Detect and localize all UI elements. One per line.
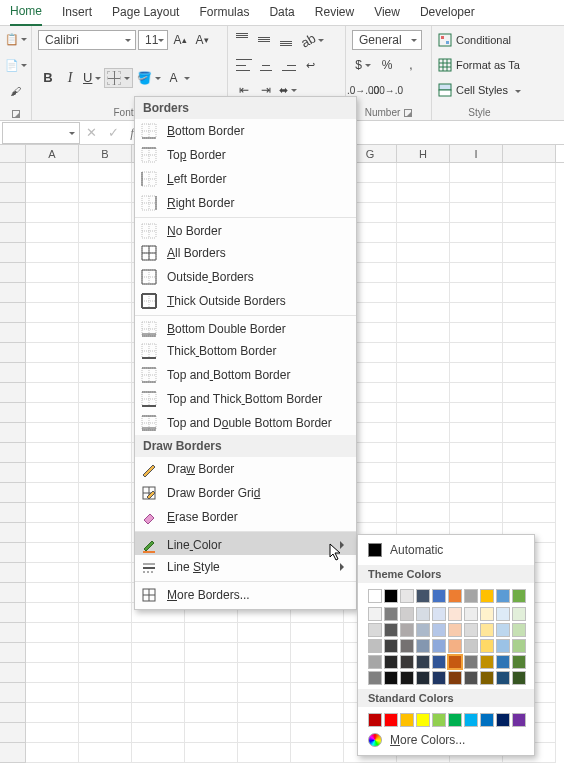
menu-item-draw_grid[interactable]: Draw Border Grid [135,481,356,505]
format-painter-button[interactable]: 🖌 [6,82,25,100]
tab-home[interactable]: Home [10,4,42,26]
color-swatch[interactable] [384,589,398,603]
column-header[interactable]: H [397,145,450,162]
cell[interactable] [238,703,291,723]
color-swatch[interactable] [464,671,478,685]
cancel-entry-button[interactable]: ✕ [80,125,102,140]
cell[interactable] [503,163,556,183]
color-swatch[interactable] [384,713,398,727]
cell[interactable] [397,283,450,303]
row-header[interactable] [0,183,26,203]
tab-page-layout[interactable]: Page Layout [112,5,179,25]
color-swatch[interactable] [448,623,462,637]
cell[interactable] [450,363,503,383]
cell[interactable] [503,263,556,283]
cell[interactable] [450,423,503,443]
number-dialog-launcher[interactable] [404,109,412,117]
percent-format-button[interactable]: % [376,55,398,75]
cell[interactable] [26,223,79,243]
color-swatch[interactable] [400,713,414,727]
menu-item-top_thick_bottom[interactable]: Top and Thick Bottom Border [135,387,356,411]
cell[interactable] [26,203,79,223]
color-swatch[interactable] [384,655,398,669]
row-header[interactable] [0,583,26,603]
color-swatch[interactable] [416,623,430,637]
cell[interactable] [450,183,503,203]
cell[interactable] [79,403,132,423]
format-as-table-button[interactable]: Format as Ta [438,55,521,75]
cell[interactable] [503,283,556,303]
cell[interactable] [397,463,450,483]
color-swatch[interactable] [368,607,382,621]
row-header[interactable] [0,703,26,723]
cell[interactable] [238,743,291,763]
column-header[interactable]: B [79,145,132,162]
cell[interactable] [503,203,556,223]
color-swatch[interactable] [368,623,382,637]
cell[interactable] [26,383,79,403]
cell[interactable] [397,363,450,383]
menu-item-more[interactable]: More Borders... [135,581,356,605]
cell[interactable] [79,443,132,463]
menu-item-top[interactable]: Top Border [135,143,356,167]
cell[interactable] [503,383,556,403]
cell[interactable] [503,483,556,503]
row-header[interactable] [0,203,26,223]
row-header[interactable] [0,623,26,643]
cell[interactable] [291,703,344,723]
clipboard-dialog-launcher[interactable] [12,110,20,118]
font-color-button[interactable]: A [164,68,191,88]
cell[interactable] [79,283,132,303]
borders-split-button[interactable] [104,68,133,88]
bold-button[interactable]: B [38,68,58,88]
menu-item-top_bottom[interactable]: Top and Bottom Border [135,363,356,387]
cell[interactable] [79,663,132,683]
cell[interactable] [79,423,132,443]
cell[interactable] [397,403,450,423]
cell[interactable] [26,643,79,663]
number-format-select[interactable]: General [352,30,422,50]
cell[interactable] [79,463,132,483]
color-swatch[interactable] [512,671,526,685]
cell[interactable] [79,563,132,583]
cell[interactable] [79,203,132,223]
color-swatch[interactable] [448,589,462,603]
color-swatch[interactable] [368,589,382,603]
color-swatch[interactable] [368,713,382,727]
cell[interactable] [26,323,79,343]
cell[interactable] [26,703,79,723]
cell[interactable] [79,303,132,323]
menu-item-thick_outside[interactable]: Thick Outside Borders [135,289,356,313]
row-header[interactable] [0,443,26,463]
cell[interactable] [26,483,79,503]
cell[interactable] [26,723,79,743]
color-swatch[interactable] [416,713,430,727]
cell[interactable] [397,383,450,403]
color-swatch[interactable] [496,639,510,653]
color-swatch[interactable] [384,623,398,637]
color-swatch[interactable] [496,655,510,669]
color-swatch[interactable] [384,671,398,685]
cell[interactable] [79,223,132,243]
row-header[interactable] [0,523,26,543]
cell[interactable] [185,643,238,663]
cell[interactable] [185,703,238,723]
color-swatch[interactable] [432,639,446,653]
cell[interactable] [26,563,79,583]
tab-review[interactable]: Review [315,5,354,25]
cell[interactable] [79,723,132,743]
cell[interactable] [26,603,79,623]
cell[interactable] [79,263,132,283]
cell[interactable] [397,223,450,243]
accounting-format-button[interactable]: $ [352,55,374,75]
color-swatch[interactable] [416,607,430,621]
cell[interactable] [79,643,132,663]
column-header[interactable]: A [26,145,79,162]
cell[interactable] [26,503,79,523]
menu-item-bottom_double[interactable]: Bottom Double Border [135,315,356,339]
color-swatch[interactable] [400,623,414,637]
row-header[interactable] [0,503,26,523]
color-swatch[interactable] [400,607,414,621]
cell[interactable] [79,503,132,523]
wrap-text-button[interactable]: ↩ [300,55,320,75]
